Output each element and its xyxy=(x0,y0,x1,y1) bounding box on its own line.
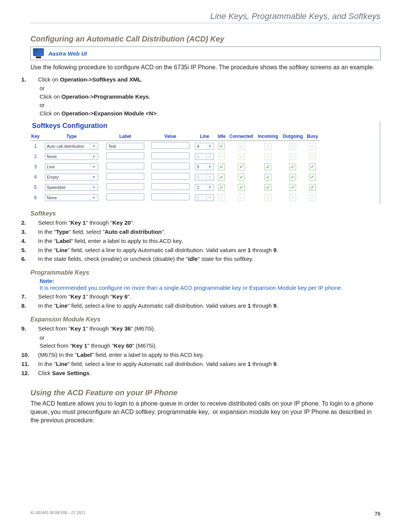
incoming-checkbox[interactable]: ✓ xyxy=(264,184,271,191)
value-input[interactable] xyxy=(151,173,190,180)
busy-checkbox: ✓ xyxy=(309,143,316,150)
col-header: Busy xyxy=(305,132,320,141)
connected-checkbox: ✓ xyxy=(238,143,245,150)
step-2: 2.Select from "Key 1" through "Key 20". xyxy=(30,219,381,227)
value-input[interactable] xyxy=(151,142,190,149)
connected-checkbox[interactable]: ✓ xyxy=(238,184,245,191)
step-6: 6.In the state fields, check (enable) or… xyxy=(30,255,381,263)
chevron-down-icon: ▾ xyxy=(91,153,97,160)
table-header-row: KeyTypeLabelValueLineIdleConnectedIncomi… xyxy=(30,132,320,141)
chevron-down-icon: ▾ xyxy=(206,195,213,201)
step-1: 1.Click on Operation->Softkeys and XML. xyxy=(30,75,381,84)
busy-checkbox: ✓ xyxy=(309,153,316,160)
busy-checkbox[interactable]: ✓ xyxy=(309,174,316,181)
busy-checkbox[interactable]: ✓ xyxy=(309,163,316,170)
idle-checkbox: ✓ xyxy=(218,194,225,201)
webui-label: Aastra Web UI xyxy=(48,50,87,57)
chevron-down-icon: ▾ xyxy=(91,143,97,149)
label-input[interactable]: Test xyxy=(106,143,144,150)
intro-paragraph: Use the following procedure to configure… xyxy=(30,63,381,72)
key-number: 1 xyxy=(30,141,40,151)
col-header: Connected xyxy=(227,132,255,141)
softkeys-config-table: KeyTypeLabelValueLineIdleConnectedIncomi… xyxy=(30,132,320,203)
type-select[interactable]: None▾ xyxy=(45,194,98,201)
step-1-or1: or xyxy=(30,84,381,93)
table-row: 5Speeddial▾1▾✓✓✓✓✓ xyxy=(30,182,320,192)
line-select[interactable]: 4▾ xyxy=(195,143,214,150)
idle-checkbox[interactable]: ✓ xyxy=(218,143,225,150)
softkeys-config-title: Softkeys Configuration xyxy=(30,121,379,132)
col-header: Value xyxy=(148,132,193,141)
header-rule xyxy=(30,23,381,23)
chevron-down-icon: ▾ xyxy=(206,164,213,170)
step-1-alt2: Click on Operation->Expansion Module <N>… xyxy=(30,109,381,118)
section-heading-config: Configuring an Automatic Call Distributi… xyxy=(30,35,381,43)
value-input[interactable] xyxy=(151,152,190,159)
key-number: 4 xyxy=(30,172,40,182)
idle-checkbox[interactable]: ✓ xyxy=(218,163,225,170)
outgoing-checkbox: ✓ xyxy=(289,143,296,150)
line-select: 1▾ xyxy=(195,194,214,201)
value-input[interactable] xyxy=(151,163,190,169)
outgoing-checkbox[interactable]: ✓ xyxy=(289,174,296,181)
label-input[interactable] xyxy=(106,183,144,190)
line-select: 1▾ xyxy=(195,153,214,160)
chevron-down-icon: ▾ xyxy=(206,184,213,190)
type-select[interactable]: Line▾ xyxy=(45,163,98,170)
chevron-down-icon: ▾ xyxy=(206,143,213,149)
line-select[interactable]: 5▾ xyxy=(195,163,214,170)
type-select[interactable]: Speeddial▾ xyxy=(45,184,98,191)
connected-checkbox[interactable]: ✓ xyxy=(238,163,245,170)
chevron-down-icon: ▾ xyxy=(91,164,97,170)
footer-docid: 41-001451-00 REV00 – 07.2011 xyxy=(30,511,85,517)
label-input[interactable] xyxy=(106,193,144,200)
label-input[interactable] xyxy=(106,152,144,159)
step-9-alt: Select from "Key 1" through "Key 60" (M6… xyxy=(30,342,381,350)
col-header: Line xyxy=(193,132,216,141)
label-input[interactable] xyxy=(106,163,144,169)
incoming-checkbox[interactable]: ✓ xyxy=(264,174,271,181)
webui-box: Aastra Web UI xyxy=(30,46,381,60)
step-5: 5.In the "Line" field, select a line to … xyxy=(30,246,381,254)
label-input[interactable] xyxy=(106,173,144,180)
chevron-down-icon: ▾ xyxy=(91,174,97,180)
connected-checkbox: ✓ xyxy=(238,194,245,201)
outgoing-checkbox[interactable]: ✓ xyxy=(289,163,296,170)
chevron-down-icon: ▾ xyxy=(91,184,97,190)
step-9-or: or xyxy=(30,334,381,342)
busy-checkbox[interactable]: ✓ xyxy=(309,184,316,191)
value-input[interactable] xyxy=(151,193,190,200)
table-row: 1Auto call distribution▾Test4▾✓✓✓✓✓ xyxy=(30,141,320,151)
step-12: 12.Click Save Settings. xyxy=(30,369,381,377)
incoming-checkbox: ✓ xyxy=(264,194,271,201)
key-number: 2 xyxy=(30,151,40,161)
type-select[interactable]: Empty▾ xyxy=(45,174,98,181)
busy-checkbox: ✓ xyxy=(309,194,316,201)
table-row: 6None▾1▾✓✓✓✓✓ xyxy=(30,192,320,203)
idle-checkbox[interactable]: ✓ xyxy=(218,174,225,181)
note-label: Note: xyxy=(30,278,381,284)
line-select[interactable]: 1▾ xyxy=(195,184,214,191)
chevron-down-icon: ▾ xyxy=(206,153,213,160)
table-row: 3Line▾5▾✓✓✓✓✓ xyxy=(30,161,320,172)
connected-checkbox[interactable]: ✓ xyxy=(238,174,245,181)
value-input[interactable] xyxy=(151,183,190,190)
table-row: 4Empty▾1▾✓✓✓✓✓ xyxy=(30,172,320,182)
step-11: 11.In the "Line" field, select a line to… xyxy=(30,360,381,368)
note-body: It is recommended you configure no more … xyxy=(30,284,381,292)
idle-checkbox[interactable]: ✓ xyxy=(218,184,225,191)
using-paragraph: The ACD feature allows you to login to a… xyxy=(30,399,381,424)
step-4: 4.In the "Label" field, enter a label to… xyxy=(30,237,381,245)
outgoing-checkbox[interactable]: ✓ xyxy=(289,184,296,191)
incoming-checkbox: ✓ xyxy=(264,143,271,150)
step-1-or2: or xyxy=(30,101,381,109)
step-3: 3.In the "Type" field, select "Auto call… xyxy=(30,228,381,236)
type-select[interactable]: None▾ xyxy=(45,153,98,160)
softkeys-config-panel: Softkeys Configuration KeyTypeLabelValue… xyxy=(30,121,381,204)
step-1-alt1: Click on Operation->Programmable Keys. xyxy=(30,93,381,101)
table-row: 2None▾1▾✓✓✓✓✓ xyxy=(30,151,320,161)
incoming-checkbox[interactable]: ✓ xyxy=(264,163,271,170)
section-heading-using: Using the ACD Feature on your IP Phone xyxy=(30,388,381,397)
type-select[interactable]: Auto call distribution▾ xyxy=(45,143,98,150)
col-header: Outgoing xyxy=(280,132,305,141)
